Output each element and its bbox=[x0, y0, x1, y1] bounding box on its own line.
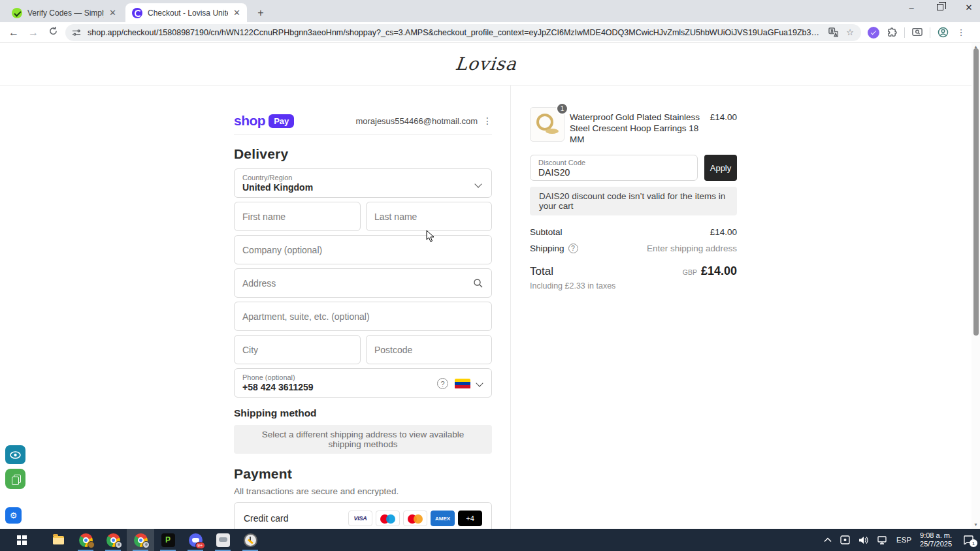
apartment-field[interactable] bbox=[234, 302, 492, 331]
country-select[interactable]: Country/Region United Kingdom bbox=[234, 168, 492, 198]
toolbar-divider bbox=[904, 27, 905, 38]
volume-tray-icon[interactable] bbox=[858, 536, 869, 544]
chrome-icon bbox=[106, 533, 120, 547]
copy-overlay-button[interactable] bbox=[5, 469, 25, 489]
tab-title: Checkout - Lovisa United Kingd bbox=[148, 8, 228, 18]
shop-pay-logo: shop Pay bbox=[234, 113, 294, 129]
address-field[interactable] bbox=[234, 268, 492, 298]
scrollbar-down-arrow[interactable]: ▼ bbox=[972, 521, 980, 529]
settings-overlay-button[interactable]: ⚙ bbox=[5, 507, 22, 524]
p-app-button[interactable]: P bbox=[154, 529, 182, 551]
site-info-icon[interactable] bbox=[71, 27, 82, 39]
url-bar[interactable]: ☆ bbox=[65, 24, 861, 41]
first-name-input[interactable] bbox=[242, 212, 352, 222]
phone-field[interactable]: Phone (optional) +58 424 3611259 ? bbox=[234, 368, 492, 398]
city-field[interactable] bbox=[234, 335, 361, 364]
payment-title: Payment bbox=[234, 466, 292, 482]
teams-tray-icon[interactable] bbox=[840, 535, 850, 544]
messaging-app-icon bbox=[216, 533, 230, 547]
windows-logo-icon bbox=[17, 535, 27, 545]
tab-close-icon[interactable]: ✕ bbox=[233, 8, 240, 18]
eye-icon bbox=[10, 451, 21, 459]
network-tray-icon[interactable] bbox=[877, 536, 888, 544]
postcode-field[interactable] bbox=[366, 335, 492, 364]
section-divider bbox=[234, 134, 492, 134]
window-minimize-button[interactable]: – bbox=[906, 3, 917, 12]
window-restore-button[interactable] bbox=[934, 3, 946, 12]
last-name-input[interactable] bbox=[374, 212, 483, 222]
total-label: Total bbox=[530, 265, 553, 278]
venezuela-flag-icon[interactable] bbox=[455, 379, 470, 389]
profile-icon[interactable] bbox=[937, 27, 949, 39]
subtotal-value: £14.00 bbox=[710, 227, 737, 237]
window-close-button[interactable]: ✕ bbox=[963, 3, 975, 12]
restore-icon bbox=[937, 4, 943, 10]
apartment-input[interactable] bbox=[242, 311, 483, 322]
page-scrollbar[interactable]: ▲ ▼ bbox=[972, 43, 980, 529]
back-button[interactable]: ← bbox=[4, 27, 24, 39]
start-button[interactable] bbox=[8, 529, 35, 551]
shop-favicon-icon bbox=[132, 8, 142, 18]
clock-display[interactable]: 9:08 a. m. 25/7/2025 bbox=[920, 531, 952, 548]
shop-wordmark: shop bbox=[234, 113, 265, 129]
p-app-icon: P bbox=[161, 533, 175, 547]
url-input[interactable] bbox=[88, 28, 822, 37]
chrome-profile2-button[interactable] bbox=[99, 529, 127, 551]
tray-expand-chevron[interactable] bbox=[824, 537, 832, 543]
company-input[interactable] bbox=[242, 245, 483, 255]
folder-icon bbox=[53, 536, 64, 544]
tab-title: Verify Codes — SimplyCodes bbox=[27, 8, 104, 18]
apply-discount-button[interactable]: Apply bbox=[704, 155, 737, 181]
phone-help-icon[interactable]: ? bbox=[437, 378, 448, 389]
chrome-profile1-button[interactable] bbox=[72, 529, 99, 551]
address-input[interactable] bbox=[242, 278, 473, 289]
shipping-label: Shipping bbox=[530, 244, 564, 253]
browser-menu-icon[interactable]: ⋮ bbox=[955, 27, 967, 39]
chrome-active-window-button[interactable] bbox=[127, 529, 154, 551]
translate-icon[interactable] bbox=[827, 27, 839, 39]
company-field[interactable] bbox=[234, 235, 492, 264]
credit-card-option[interactable]: Credit card VISA AMEX +4 bbox=[234, 502, 492, 529]
discord-button[interactable]: 9+ bbox=[182, 529, 209, 551]
language-indicator[interactable]: ESP bbox=[896, 536, 911, 544]
last-name-field[interactable] bbox=[366, 202, 492, 231]
account-menu-icon[interactable]: ⋮ bbox=[483, 116, 492, 126]
reload-button[interactable] bbox=[43, 26, 63, 39]
file-explorer-button[interactable] bbox=[44, 529, 72, 551]
city-input[interactable] bbox=[242, 345, 352, 355]
bookmark-star-icon[interactable]: ☆ bbox=[844, 27, 856, 39]
tab-close-icon[interactable]: ✕ bbox=[109, 8, 116, 18]
scrollbar-thumb[interactable] bbox=[973, 48, 979, 336]
currency-code: GBP bbox=[683, 268, 697, 276]
credit-card-label: Credit card bbox=[244, 513, 288, 524]
postcode-input[interactable] bbox=[374, 345, 483, 355]
more-cards-badge: +4 bbox=[458, 511, 482, 526]
copy-icon bbox=[12, 475, 20, 484]
shipping-help-icon[interactable]: ? bbox=[568, 244, 578, 253]
pay-badge: Pay bbox=[269, 114, 294, 128]
payment-subtitle: All transactions are secure and encrypte… bbox=[234, 486, 399, 496]
clock-app-button[interactable] bbox=[237, 529, 264, 551]
tab-simplycodes[interactable]: Verify Codes — SimplyCodes ✕ bbox=[5, 3, 123, 22]
new-tab-button[interactable]: + bbox=[253, 6, 268, 20]
shipping-method-notice: Select a different shipping address to v… bbox=[234, 425, 492, 454]
first-name-field[interactable] bbox=[234, 202, 361, 231]
subtotal-label: Subtotal bbox=[530, 227, 563, 237]
forward-button[interactable]: → bbox=[24, 27, 43, 39]
shop-pay-header: shop Pay morajesus554466@hotmail.com ⋮ bbox=[234, 110, 492, 132]
tab-checkout-lovisa[interactable]: Checkout - Lovisa United Kingd ✕ bbox=[125, 3, 247, 22]
shipping-row: Shipping ? Enter shipping address bbox=[530, 244, 737, 253]
total-row: Total GBP £14.00 bbox=[530, 264, 737, 278]
simplycodes-extension-icon[interactable] bbox=[868, 27, 879, 39]
simplycodes-favicon-icon bbox=[12, 8, 22, 18]
discount-error-message: DAIS20 discount code isn’t valid for the… bbox=[530, 187, 737, 215]
browser-toolbar: ← → ☆ ⋮ bbox=[0, 22, 980, 43]
sidebar-search-icon[interactable] bbox=[911, 27, 923, 39]
phone-label: Phone (optional) bbox=[242, 373, 295, 381]
extensions-puzzle-icon[interactable] bbox=[886, 27, 898, 39]
clock-app-icon bbox=[244, 533, 257, 547]
notification-center-button[interactable]: 1 bbox=[963, 535, 973, 544]
eye-overlay-button[interactable] bbox=[5, 445, 25, 464]
discount-code-field[interactable]: Discount Code DAIS20 bbox=[530, 155, 698, 181]
messaging-app-button[interactable] bbox=[209, 529, 237, 551]
